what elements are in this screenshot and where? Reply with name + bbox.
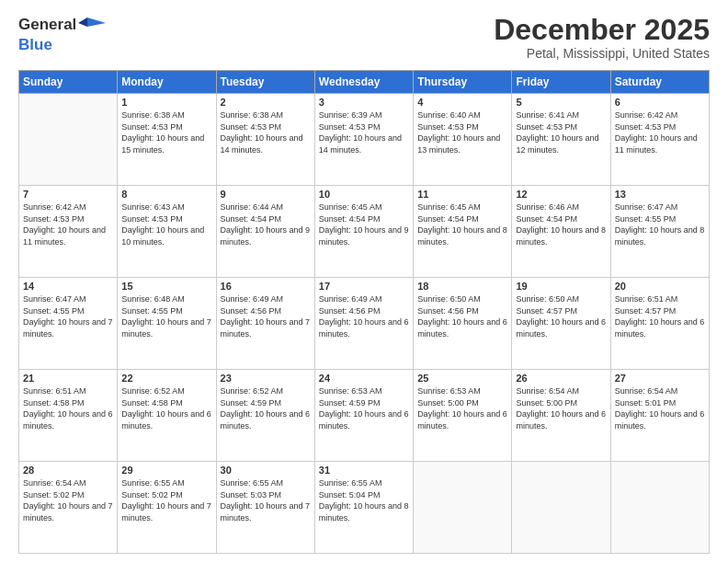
calendar-table: Sunday Monday Tuesday Wednesday Thursday… <box>18 70 710 554</box>
table-row: 15Sunrise: 6:48 AMSunset: 4:55 PMDayligh… <box>118 278 216 370</box>
day-info: Sunrise: 6:43 AMSunset: 4:53 PMDaylight:… <box>121 201 211 247</box>
day-number: 22 <box>121 373 211 384</box>
day-info: Sunrise: 6:50 AMSunset: 4:56 PMDaylight:… <box>417 293 507 339</box>
day-info: Sunrise: 6:49 AMSunset: 4:56 PMDaylight:… <box>221 293 311 339</box>
header-friday: Friday <box>512 71 610 94</box>
table-row: 27Sunrise: 6:54 AMSunset: 5:01 PMDayligh… <box>610 370 709 462</box>
day-number: 3 <box>319 97 409 108</box>
table-row <box>610 462 709 554</box>
day-number: 16 <box>221 281 311 292</box>
table-row: 12Sunrise: 6:46 AMSunset: 4:54 PMDayligh… <box>512 186 610 278</box>
day-number: 9 <box>221 189 311 200</box>
calendar-header-row: Sunday Monday Tuesday Wednesday Thursday… <box>19 71 710 94</box>
table-row: 23Sunrise: 6:52 AMSunset: 4:59 PMDayligh… <box>216 370 314 462</box>
day-info: Sunrise: 6:45 AMSunset: 4:54 PMDaylight:… <box>417 201 507 247</box>
table-row: 17Sunrise: 6:49 AMSunset: 4:56 PMDayligh… <box>314 278 413 370</box>
table-row: 29Sunrise: 6:55 AMSunset: 5:02 PMDayligh… <box>118 462 216 554</box>
day-info: Sunrise: 6:45 AMSunset: 4:54 PMDaylight:… <box>319 201 409 247</box>
header-saturday: Saturday <box>610 71 709 94</box>
page: General Blue December 2025 Petal, Missis… <box>0 0 728 563</box>
calendar-week-row: 21Sunrise: 6:51 AMSunset: 4:58 PMDayligh… <box>19 370 710 462</box>
calendar-week-row: 1Sunrise: 6:38 AMSunset: 4:53 PMDaylight… <box>19 94 710 186</box>
day-info: Sunrise: 6:50 AMSunset: 4:57 PMDaylight:… <box>516 293 606 339</box>
day-number: 7 <box>23 189 113 200</box>
table-row: 4Sunrise: 6:40 AMSunset: 4:53 PMDaylight… <box>414 94 512 186</box>
table-row: 16Sunrise: 6:49 AMSunset: 4:56 PMDayligh… <box>216 278 314 370</box>
header: General Blue December 2025 Petal, Missis… <box>18 14 710 61</box>
calendar-week-row: 7Sunrise: 6:42 AMSunset: 4:53 PMDaylight… <box>19 186 710 278</box>
day-info: Sunrise: 6:42 AMSunset: 4:53 PMDaylight:… <box>23 201 113 247</box>
table-row: 21Sunrise: 6:51 AMSunset: 4:58 PMDayligh… <box>19 370 118 462</box>
svg-marker-0 <box>87 17 106 27</box>
table-row: 26Sunrise: 6:54 AMSunset: 5:00 PMDayligh… <box>512 370 610 462</box>
table-row: 18Sunrise: 6:50 AMSunset: 4:56 PMDayligh… <box>414 278 512 370</box>
header-tuesday: Tuesday <box>216 71 314 94</box>
table-row: 14Sunrise: 6:47 AMSunset: 4:55 PMDayligh… <box>19 278 118 370</box>
day-info: Sunrise: 6:51 AMSunset: 4:58 PMDaylight:… <box>23 385 113 431</box>
day-number: 15 <box>121 281 211 292</box>
day-number: 30 <box>221 465 311 476</box>
day-info: Sunrise: 6:55 AMSunset: 5:02 PMDaylight:… <box>121 477 211 523</box>
day-info: Sunrise: 6:52 AMSunset: 4:59 PMDaylight:… <box>221 385 311 431</box>
logo-bird-icon <box>78 14 106 36</box>
day-info: Sunrise: 6:47 AMSunset: 4:55 PMDaylight:… <box>615 201 705 247</box>
table-row <box>414 462 512 554</box>
table-row: 1Sunrise: 6:38 AMSunset: 4:53 PMDaylight… <box>118 94 216 186</box>
day-number: 27 <box>615 373 705 384</box>
svg-marker-1 <box>78 17 87 27</box>
location: Petal, Mississippi, United States <box>494 46 710 61</box>
day-number: 31 <box>319 465 409 476</box>
day-info: Sunrise: 6:54 AMSunset: 5:02 PMDaylight:… <box>23 477 113 523</box>
table-row: 20Sunrise: 6:51 AMSunset: 4:57 PMDayligh… <box>610 278 709 370</box>
day-info: Sunrise: 6:42 AMSunset: 4:53 PMDaylight:… <box>615 109 705 155</box>
table-row: 2Sunrise: 6:38 AMSunset: 4:53 PMDaylight… <box>216 94 314 186</box>
day-info: Sunrise: 6:39 AMSunset: 4:53 PMDaylight:… <box>319 109 409 155</box>
table-row: 24Sunrise: 6:53 AMSunset: 4:59 PMDayligh… <box>314 370 413 462</box>
table-row: 19Sunrise: 6:50 AMSunset: 4:57 PMDayligh… <box>512 278 610 370</box>
table-row: 25Sunrise: 6:53 AMSunset: 5:00 PMDayligh… <box>414 370 512 462</box>
day-info: Sunrise: 6:55 AMSunset: 5:04 PMDaylight:… <box>319 477 409 523</box>
header-sunday: Sunday <box>19 71 118 94</box>
day-info: Sunrise: 6:38 AMSunset: 4:53 PMDaylight:… <box>221 109 311 155</box>
day-info: Sunrise: 6:44 AMSunset: 4:54 PMDaylight:… <box>221 201 311 247</box>
day-info: Sunrise: 6:48 AMSunset: 4:55 PMDaylight:… <box>121 293 211 339</box>
header-monday: Monday <box>118 71 216 94</box>
table-row: 3Sunrise: 6:39 AMSunset: 4:53 PMDaylight… <box>314 94 413 186</box>
day-info: Sunrise: 6:40 AMSunset: 4:53 PMDaylight:… <box>417 109 507 155</box>
day-info: Sunrise: 6:54 AMSunset: 5:01 PMDaylight:… <box>615 385 705 431</box>
day-number: 6 <box>615 97 705 108</box>
day-number: 29 <box>121 465 211 476</box>
day-info: Sunrise: 6:55 AMSunset: 5:03 PMDaylight:… <box>221 477 311 523</box>
day-info: Sunrise: 6:52 AMSunset: 4:58 PMDaylight:… <box>121 385 211 431</box>
day-info: Sunrise: 6:47 AMSunset: 4:55 PMDaylight:… <box>23 293 113 339</box>
day-number: 11 <box>417 189 507 200</box>
day-number: 1 <box>121 97 211 108</box>
table-row: 7Sunrise: 6:42 AMSunset: 4:53 PMDaylight… <box>19 186 118 278</box>
table-row: 10Sunrise: 6:45 AMSunset: 4:54 PMDayligh… <box>314 186 413 278</box>
day-number: 20 <box>615 281 705 292</box>
day-number: 28 <box>23 465 113 476</box>
day-number: 10 <box>319 189 409 200</box>
day-number: 14 <box>23 281 113 292</box>
table-row: 13Sunrise: 6:47 AMSunset: 4:55 PMDayligh… <box>610 186 709 278</box>
day-info: Sunrise: 6:49 AMSunset: 4:56 PMDaylight:… <box>319 293 409 339</box>
table-row: 8Sunrise: 6:43 AMSunset: 4:53 PMDaylight… <box>118 186 216 278</box>
day-number: 25 <box>417 373 507 384</box>
header-wednesday: Wednesday <box>314 71 413 94</box>
day-number: 24 <box>319 373 409 384</box>
table-row <box>512 462 610 554</box>
table-row: 6Sunrise: 6:42 AMSunset: 4:53 PMDaylight… <box>610 94 709 186</box>
calendar-week-row: 28Sunrise: 6:54 AMSunset: 5:02 PMDayligh… <box>19 462 710 554</box>
day-info: Sunrise: 6:38 AMSunset: 4:53 PMDaylight:… <box>121 109 211 155</box>
day-number: 23 <box>221 373 311 384</box>
logo-general-text: General <box>18 16 76 34</box>
table-row: 30Sunrise: 6:55 AMSunset: 5:03 PMDayligh… <box>216 462 314 554</box>
table-row: 31Sunrise: 6:55 AMSunset: 5:04 PMDayligh… <box>314 462 413 554</box>
table-row: 11Sunrise: 6:45 AMSunset: 4:54 PMDayligh… <box>414 186 512 278</box>
day-number: 17 <box>319 281 409 292</box>
table-row: 5Sunrise: 6:41 AMSunset: 4:53 PMDaylight… <box>512 94 610 186</box>
day-number: 21 <box>23 373 113 384</box>
day-number: 4 <box>417 97 507 108</box>
title-block: December 2025 Petal, Mississippi, United… <box>494 14 710 61</box>
day-info: Sunrise: 6:53 AMSunset: 5:00 PMDaylight:… <box>417 385 507 431</box>
